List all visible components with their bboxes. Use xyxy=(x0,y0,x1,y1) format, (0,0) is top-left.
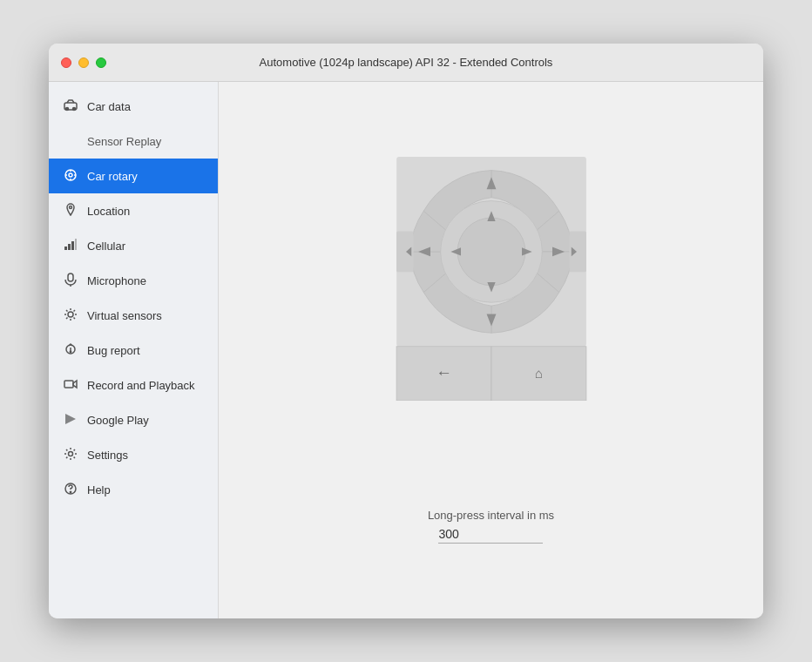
minimize-button[interactable] xyxy=(78,57,89,68)
svg-point-17 xyxy=(69,451,73,456)
sidebar-item-settings[interactable]: Settings xyxy=(49,437,218,472)
rotary-container: ← ⌂ Long-press interval in ms xyxy=(369,157,613,544)
svg-point-19 xyxy=(70,491,71,492)
svg-point-15 xyxy=(70,351,71,352)
rotary-widget: ← ⌂ xyxy=(369,157,613,488)
bug-report-icon xyxy=(63,342,78,359)
traffic-lights xyxy=(61,57,106,68)
sidebar-item-sensor-replay[interactable]: Sensor Replay xyxy=(49,124,218,159)
window-title: Automotive (1024p landscape) API 32 - Ex… xyxy=(260,56,553,69)
rotary-control-svg: ← ⌂ xyxy=(369,157,613,401)
titlebar: Automotive (1024p landscape) API 32 - Ex… xyxy=(49,44,763,82)
settings-icon xyxy=(63,447,78,463)
svg-text:←: ← xyxy=(436,363,452,382)
sidebar-label-virtual-sensors: Virtual sensors xyxy=(87,309,162,322)
sidebar-label-help: Help xyxy=(87,483,111,496)
long-press-section: Long-press interval in ms xyxy=(428,509,554,544)
maximize-button[interactable] xyxy=(96,57,106,68)
svg-rect-9 xyxy=(75,239,77,250)
sidebar-item-help[interactable]: Help xyxy=(49,472,218,507)
main-window: Automotive (1024p landscape) API 32 - Ex… xyxy=(49,44,763,618)
content-area: Car data Sensor Replay Car rotary xyxy=(49,82,763,618)
sidebar-label-car-data: Car data xyxy=(87,100,131,113)
car-icon xyxy=(63,98,78,115)
sidebar-item-car-rotary[interactable]: Car rotary xyxy=(49,159,218,193)
long-press-label: Long-press interval in ms xyxy=(428,509,554,522)
svg-rect-6 xyxy=(64,247,67,250)
virtual-sensors-icon xyxy=(63,307,78,324)
svg-point-22 xyxy=(457,218,525,286)
sidebar-item-cellular[interactable]: Cellular xyxy=(49,228,218,263)
help-icon xyxy=(63,482,78,498)
sidebar-item-microphone[interactable]: Microphone xyxy=(49,263,218,298)
svg-point-1 xyxy=(66,107,69,110)
svg-rect-10 xyxy=(68,274,73,281)
sidebar-label-google-play: Google Play xyxy=(87,414,149,427)
sidebar-item-record-playback[interactable]: Record and Playback xyxy=(49,368,218,402)
record-playback-icon xyxy=(63,377,78,394)
close-button[interactable] xyxy=(61,57,71,68)
sidebar-item-google-play[interactable]: Google Play xyxy=(49,402,218,437)
sidebar-item-bug-report[interactable]: Bug report xyxy=(49,333,218,368)
sidebar-label-settings: Settings xyxy=(87,449,128,462)
svg-point-12 xyxy=(68,312,73,317)
sidebar-item-virtual-sensors[interactable]: Virtual sensors xyxy=(49,298,218,333)
main-content: ← ⌂ Long-press interval in ms xyxy=(219,82,763,618)
svg-rect-7 xyxy=(68,244,71,250)
sidebar-label-car-rotary: Car rotary xyxy=(87,170,138,183)
sidebar-label-record-playback: Record and Playback xyxy=(87,379,195,392)
svg-point-5 xyxy=(70,206,72,208)
svg-rect-8 xyxy=(71,241,74,250)
svg-point-4 xyxy=(69,173,72,177)
sidebar-label-bug-report: Bug report xyxy=(87,344,140,357)
long-press-input[interactable] xyxy=(438,525,543,544)
svg-rect-16 xyxy=(64,381,73,388)
google-play-icon xyxy=(63,412,78,429)
sidebar-label-sensor-replay: Sensor Replay xyxy=(87,135,161,148)
cellular-icon xyxy=(63,238,78,254)
sidebar-item-car-data[interactable]: Car data xyxy=(49,89,218,124)
sidebar-label-microphone: Microphone xyxy=(87,274,146,287)
sidebar-item-location[interactable]: Location xyxy=(49,193,218,228)
svg-point-2 xyxy=(73,107,76,110)
svg-text:⌂: ⌂ xyxy=(534,366,542,381)
sidebar-label-location: Location xyxy=(87,205,130,218)
sidebar-label-cellular: Cellular xyxy=(87,240,125,253)
rotary-icon xyxy=(63,168,78,185)
location-icon xyxy=(63,203,78,220)
microphone-icon xyxy=(63,273,78,289)
sidebar: Car data Sensor Replay Car rotary xyxy=(49,82,219,618)
